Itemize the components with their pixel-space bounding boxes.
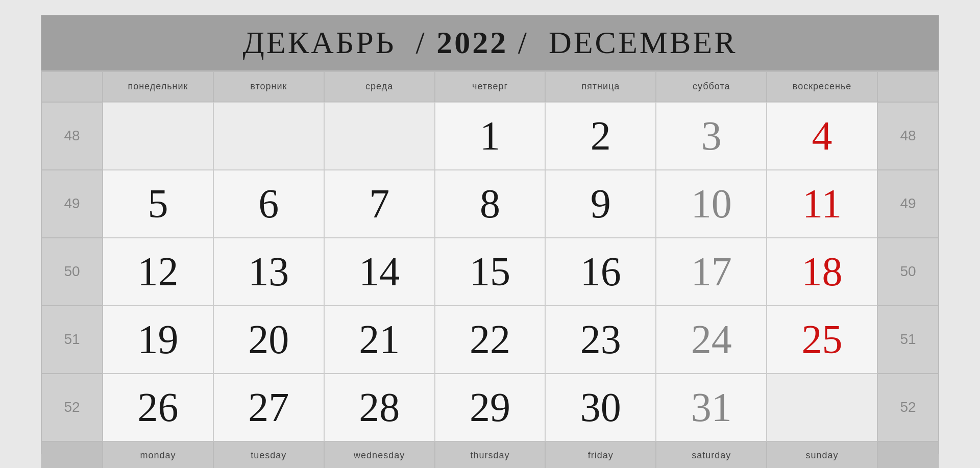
- day-footer-tue: tuesday: [213, 441, 324, 469]
- day-cell-dec30: 30: [545, 374, 656, 441]
- day-cell-dec23: 23: [545, 306, 656, 374]
- week-num-50-right: 50: [877, 238, 939, 306]
- day-cell-dec8: 8: [435, 170, 546, 238]
- week-num-footer-left: [41, 441, 103, 469]
- day-cell-dec20: 20: [213, 306, 324, 374]
- day-header-thu: четверг: [435, 71, 546, 102]
- day-cell-dec21: 21: [324, 306, 435, 374]
- day-cell-dec3: 3: [656, 102, 767, 170]
- day-cell-dec15: 15: [435, 238, 546, 306]
- week-num-header-top: [41, 71, 103, 102]
- calendar-grid: понедельник вторник среда четверг пятниц…: [41, 71, 939, 469]
- day-cell-w48-1: [103, 102, 213, 170]
- day-cell-dec24: 24: [656, 306, 767, 374]
- day-header-sat: суббота: [656, 71, 767, 102]
- day-cell-w48-2: [213, 102, 324, 170]
- day-cell-dec25: 25: [767, 306, 877, 374]
- day-cell-dec12: 12: [103, 238, 213, 306]
- day-cell-dec28: 28: [324, 374, 435, 441]
- week-num-48: 48: [41, 102, 103, 170]
- calendar: ДЕКАБРЬ / 2022 / DECEMBER понедельник вт…: [41, 15, 939, 454]
- day-header-fri: пятница: [545, 71, 656, 102]
- year: 2022: [436, 25, 508, 60]
- day-cell-dec18: 18: [767, 238, 877, 306]
- week-num-header-top-right: [877, 71, 939, 102]
- separator2: /: [508, 25, 549, 60]
- week-num-49-right: 49: [877, 170, 939, 238]
- day-cell-w48-3: [324, 102, 435, 170]
- day-footer-thu: thursday: [435, 441, 546, 469]
- month-en: DECEMBER: [549, 25, 738, 60]
- month-ru: ДЕКАБРЬ: [242, 25, 396, 60]
- week-num-51-right: 51: [877, 306, 939, 374]
- calendar-header: ДЕКАБРЬ / 2022 / DECEMBER: [41, 15, 939, 71]
- week-num-48-right: 48: [877, 102, 939, 170]
- separator1: /: [406, 25, 436, 60]
- day-cell-dec11: 11: [767, 170, 877, 238]
- day-header-sun: воскресенье: [767, 71, 877, 102]
- day-cell-dec31: 31: [656, 374, 767, 441]
- day-header-mon: понедельник: [103, 71, 213, 102]
- day-footer-sun: sunday: [767, 441, 877, 469]
- day-cell-dec26: 26: [103, 374, 213, 441]
- week-num-49: 49: [41, 170, 103, 238]
- day-cell-dec2: 2: [545, 102, 656, 170]
- day-footer-sat: saturday: [656, 441, 767, 469]
- week-num-52-right: 52: [877, 374, 939, 441]
- day-cell-dec27: 27: [213, 374, 324, 441]
- day-cell-dec13: 13: [213, 238, 324, 306]
- week-num-52: 52: [41, 374, 103, 441]
- week-num-footer-right: [877, 441, 939, 469]
- day-cell-dec29: 29: [435, 374, 546, 441]
- day-cell-dec1: 1: [435, 102, 546, 170]
- day-cell-dec17: 17: [656, 238, 767, 306]
- day-header-tue: вторник: [213, 71, 324, 102]
- day-cell-dec5: 5: [103, 170, 213, 238]
- week-num-50: 50: [41, 238, 103, 306]
- day-cell-dec14: 14: [324, 238, 435, 306]
- day-footer-fri: friday: [545, 441, 656, 469]
- day-footer-wed: wednesday: [324, 441, 435, 469]
- day-header-wed: среда: [324, 71, 435, 102]
- day-cell-w52-7: [767, 374, 877, 441]
- week-num-51: 51: [41, 306, 103, 374]
- day-cell-dec4: 4: [767, 102, 877, 170]
- calendar-title: ДЕКАБРЬ / 2022 / DECEMBER: [242, 24, 737, 61]
- day-cell-dec9: 9: [545, 170, 656, 238]
- day-cell-dec7: 7: [324, 170, 435, 238]
- day-cell-dec16: 16: [545, 238, 656, 306]
- day-cell-dec19: 19: [103, 306, 213, 374]
- day-cell-dec6: 6: [213, 170, 324, 238]
- day-footer-mon: monday: [103, 441, 213, 469]
- day-cell-dec10: 10: [656, 170, 767, 238]
- day-cell-dec22: 22: [435, 306, 546, 374]
